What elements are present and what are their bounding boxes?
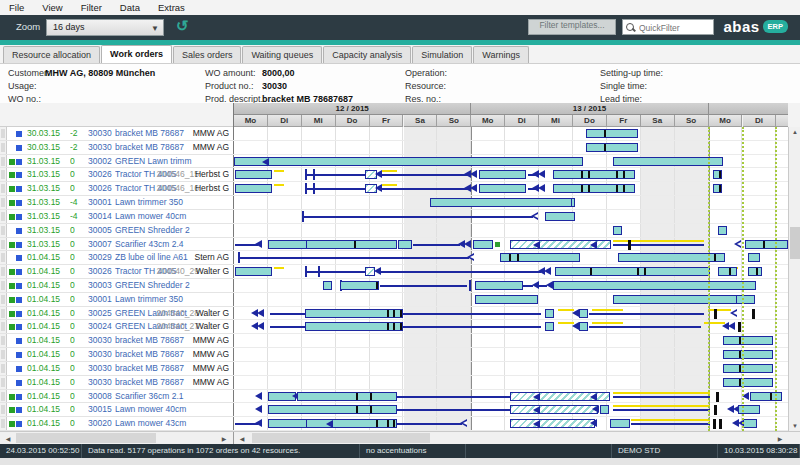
gantt-black-tick[interactable] [714, 309, 717, 319]
gantt-connector-line[interactable] [589, 313, 704, 315]
table-scroll-right-icon[interactable]: ▶ [218, 435, 230, 442]
table-row[interactable]: 30.03.15-230030bracket MB 78687MMW AG [0, 127, 233, 141]
gantt-bar[interactable] [748, 253, 760, 262]
tab-work-orders[interactable]: Work orders [101, 45, 172, 63]
gantt-lane[interactable] [233, 307, 788, 320]
gantt-lane[interactable] [233, 155, 788, 168]
gantt-lane[interactable] [233, 141, 788, 155]
arrow-left-icon[interactable] [255, 392, 262, 400]
table-row[interactable]: 01.04.15030015Lawn mower 40cm [0, 403, 233, 417]
gantt-yellow-line[interactable] [592, 309, 623, 311]
gantt-bar[interactable] [297, 392, 397, 401]
gantt-connector-line[interactable] [270, 313, 305, 315]
gantt-bar[interactable] [430, 198, 575, 207]
gantt-small-box[interactable] [579, 309, 588, 318]
gantt-scroll-right-icon[interactable]: ▶ [774, 435, 786, 442]
gantt-lane[interactable] [233, 320, 788, 334]
gantt-yellow-line[interactable] [631, 419, 710, 421]
gantt-connector-line[interactable] [305, 271, 365, 273]
gantt-small-box[interactable] [545, 309, 554, 318]
table-row[interactable]: 31.03.15030026Tractor TH 4005204546_16He… [0, 182, 233, 196]
gantt-connector-line[interactable] [270, 326, 305, 328]
gantt-yellow-line[interactable] [613, 405, 710, 407]
menu-item-data[interactable]: Data [111, 0, 149, 15]
gantt-bar[interactable] [235, 184, 272, 193]
menu-item-filter[interactable]: Filter [72, 0, 111, 15]
gantt-lane[interactable] [233, 279, 788, 293]
table-row[interactable]: 01.04.15030030bracket MB 78687MMW AG [0, 348, 233, 362]
reset-zoom-button[interactable]: ↺ [176, 17, 189, 35]
table-row[interactable]: 31.03.15030002GREEN Lawn trimm [0, 155, 233, 168]
gantt-lane[interactable] [233, 210, 788, 224]
arrow-left-icon[interactable] [255, 240, 262, 248]
gantt-bar[interactable] [723, 350, 773, 359]
gantt-connector-line[interactable] [397, 409, 510, 411]
gantt-connector-line[interactable] [397, 396, 510, 398]
arrow-left-icon[interactable] [255, 419, 262, 427]
gantt-lane[interactable] [233, 127, 788, 141]
tab-simulation[interactable]: Simulation [412, 46, 472, 63]
gantt-scroll-left-icon[interactable]: ◀ [236, 435, 248, 442]
gantt-connector-line[interactable] [397, 423, 462, 425]
scroll-down-icon[interactable]: ▼ [789, 423, 800, 429]
arrow-left-icon[interactable] [590, 419, 597, 427]
gantt-yellow-line[interactable] [613, 392, 710, 394]
tab-capacity-analysis[interactable]: Capacity analysis [323, 46, 411, 63]
arrow-left-icon[interactable] [546, 281, 553, 289]
vertical-scrollbar[interactable]: ▲ ▼ [788, 127, 800, 431]
gantt-bar[interactable] [718, 267, 737, 276]
gantt-lane[interactable] [233, 348, 788, 362]
gantt-lane[interactable] [233, 251, 788, 265]
arrow-left-icon[interactable] [544, 267, 551, 275]
table-row[interactable]: 01.04.15030020Lawn mower 43cm [0, 417, 233, 431]
gantt-bar[interactable] [473, 240, 493, 249]
gantt-bar[interactable] [748, 267, 762, 276]
gantt-bar[interactable] [500, 253, 580, 262]
gantt-connector-line[interactable] [302, 216, 533, 218]
gantt-bar[interactable] [743, 419, 757, 428]
table-row[interactable]: 31.03.15030026Tractor TH 4005204546_15He… [0, 168, 233, 182]
quickfilter-box[interactable] [622, 19, 714, 35]
gantt-connector-line[interactable] [613, 244, 704, 246]
gantt-yellow-line[interactable] [274, 170, 284, 172]
gantt-bar[interactable] [234, 157, 583, 166]
arrow-left-icon[interactable] [255, 405, 262, 413]
arrow-left-icon[interactable] [572, 322, 579, 330]
gantt-bar[interactable] [586, 143, 638, 152]
filter-templates-input[interactable]: Filter templates... [528, 19, 616, 35]
gantt-bar[interactable] [305, 322, 403, 331]
gantt-lane[interactable] [233, 293, 788, 307]
table-row[interactable]: 01.04.15030003GREEN Shredder 2 [0, 279, 233, 293]
arrow-left-icon[interactable] [728, 322, 735, 330]
gantt-bar[interactable] [268, 240, 397, 249]
gantt-bar[interactable] [479, 184, 526, 193]
tab-resource-allocation[interactable]: Resource allocation [3, 46, 100, 63]
gantt-hscroll-thumb[interactable] [252, 433, 430, 443]
table-row[interactable]: 01.04.15030025GREEN Lawn tract204540_28W… [0, 307, 233, 320]
gantt-small-box[interactable] [600, 405, 609, 414]
gantt-connector-line[interactable] [413, 244, 460, 246]
menu-item-view[interactable]: View [33, 0, 71, 15]
gantt-lane[interactable] [233, 417, 788, 431]
table-row[interactable]: 01.04.15030001Lawn trimmer 350 [0, 293, 233, 307]
gantt-black-tick[interactable] [713, 419, 716, 429]
table-row[interactable]: 01.04.15030029ZB lube oil line A61Stern … [0, 251, 233, 265]
gantt-lane[interactable] [233, 182, 788, 196]
gantt-bar[interactable] [235, 170, 272, 179]
table-row[interactable]: 01.04.15030026Tractor TH 4005204540_29Wa… [0, 265, 233, 279]
gantt-black-tick[interactable] [738, 322, 741, 332]
gantt-connector-line[interactable] [379, 188, 470, 190]
gantt-connector-line[interactable] [305, 174, 365, 176]
arrow-left-icon[interactable] [470, 184, 477, 192]
gantt-bar[interactable] [475, 295, 538, 304]
table-row[interactable]: 31.03.15030007Scarifier 43cm 2.4 [0, 238, 233, 251]
gantt-hatch[interactable] [510, 405, 598, 414]
arrow-left-icon[interactable] [592, 405, 599, 413]
gantt-bar[interactable] [586, 129, 638, 138]
gantt-lane[interactable] [233, 334, 788, 348]
gantt-small-box[interactable] [323, 281, 332, 290]
gantt-bar[interactable] [235, 267, 272, 276]
gantt-bar[interactable] [745, 240, 788, 249]
table-row[interactable]: 30.03.15-230030bracket MB 78687MMW AG [0, 141, 233, 155]
tab-waiting-queues[interactable]: Waiting queues [242, 46, 322, 63]
